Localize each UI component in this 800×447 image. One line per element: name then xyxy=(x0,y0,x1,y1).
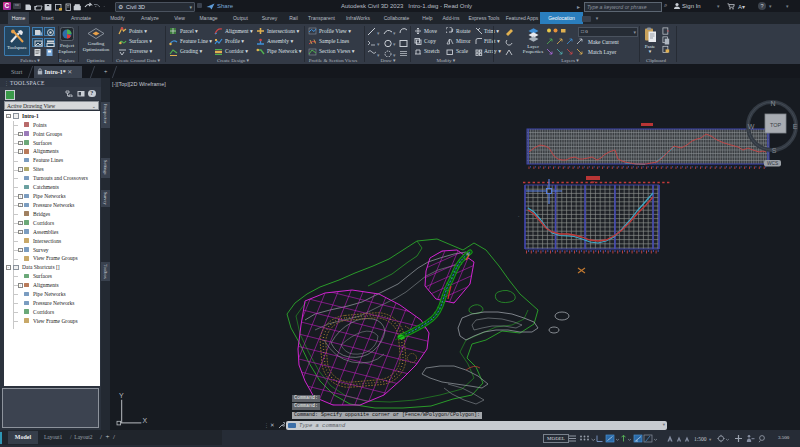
svg-text:-: - xyxy=(518,213,520,218)
svg-text:WCS: WCS xyxy=(767,161,778,166)
svg-text:S: S xyxy=(772,147,777,154)
svg-text:Y: Y xyxy=(119,392,124,399)
svg-text:▾: ▾ xyxy=(709,436,712,441)
svg-text:[-][Top][2D Wireframe]: [-][Top][2D Wireframe] xyxy=(112,81,166,87)
svg-text:▾: ▾ xyxy=(393,42,396,47)
svg-text:W: W xyxy=(748,123,755,130)
svg-text:TOP: TOP xyxy=(770,122,782,128)
svg-text:1:500: 1:500 xyxy=(694,436,707,442)
svg-text:N: N xyxy=(770,100,775,107)
svg-text:X: X xyxy=(143,417,148,424)
svg-text:▾: ▾ xyxy=(393,31,396,36)
svg-text:▾: ▾ xyxy=(377,31,380,36)
svg-text:x: x xyxy=(667,28,670,33)
svg-text:▾: ▾ xyxy=(377,42,380,47)
svg-text:E: E xyxy=(793,123,798,130)
